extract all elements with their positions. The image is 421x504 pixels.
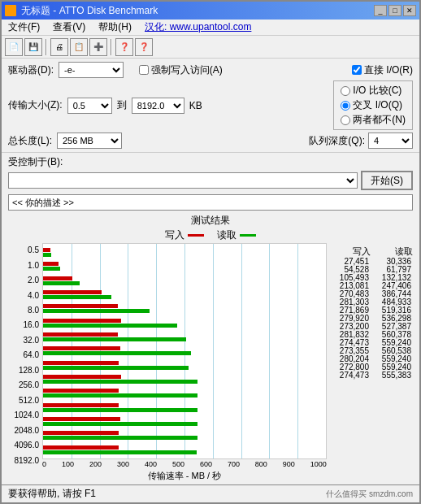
bar-row <box>43 431 326 440</box>
write-value: 274,473 <box>330 371 369 380</box>
write-bar <box>43 276 72 280</box>
help-button-1[interactable]: ❓ <box>115 38 133 56</box>
chart-middle: 01002003004005006007008009001000 传输速率 - … <box>42 243 327 483</box>
io-compare-radio[interactable] <box>341 86 350 96</box>
direct-io-text: 直接 I/O(R) <box>364 63 413 77</box>
direct-io-label[interactable]: 直接 I/O(R) <box>352 63 413 77</box>
x-label: 700 <box>228 460 240 468</box>
copy-button[interactable]: 📋 <box>70 38 88 56</box>
y-label: 8.0 <box>28 306 39 315</box>
neither-label[interactable]: 两者都不(N) <box>341 113 406 127</box>
bars-container <box>42 243 327 459</box>
cross-io-radio[interactable] <box>341 101 350 111</box>
menu-file[interactable]: 文件(F) <box>5 20 43 35</box>
force-write-checkbox[interactable] <box>139 65 149 75</box>
io-compare-label[interactable]: I/O 比较(C) <box>341 84 406 98</box>
queue-depth-select[interactable]: 4 <box>368 133 413 149</box>
transfer-from-select[interactable]: 0.5 <box>67 98 112 114</box>
title-bar: 无标题 - ATTO Disk Benchmark _ □ ✕ <box>2 2 419 20</box>
direct-io-checkbox[interactable] <box>352 65 362 75</box>
results-section: 测试结果 写入 读取 0.51.02.04.08.016.032.064.012… <box>2 212 419 484</box>
bar-row <box>43 375 326 384</box>
legend-write: 写入 <box>165 228 204 242</box>
menu-view[interactable]: 查看(V) <box>50 20 89 35</box>
transfer-to-select[interactable]: 8192.0 <box>132 98 184 114</box>
controlled-by-select[interactable] <box>8 172 358 189</box>
read-bar <box>43 295 111 299</box>
start-button[interactable]: 开始(S) <box>361 171 413 190</box>
force-write-text: 强制写入访问(A) <box>151 63 223 77</box>
read-bar <box>43 450 197 454</box>
y-label: 32.0 <box>24 337 39 345</box>
drive-row: 驱动器(D): -e- 强制写入访问(A) 直接 I/O(R) <box>8 62 413 78</box>
x-axis-title: 传输速率 - MB / 秒 <box>42 469 327 483</box>
bar-row <box>43 445 326 454</box>
write-bar <box>43 304 118 308</box>
minimize-button[interactable]: _ <box>374 5 387 16</box>
print-button[interactable]: 🖨 <box>50 38 68 56</box>
queue-depth-label: 队列深度(Q): <box>309 134 365 148</box>
watermark: 什么值得买 smzdm.com <box>326 489 413 500</box>
x-axis: 01002003004005006007008009001000 <box>42 459 327 469</box>
total-length-label: 总长度(L): <box>8 134 52 148</box>
save-button[interactable]: 💾 <box>24 38 42 56</box>
y-label: 256.0 <box>19 381 39 389</box>
total-length-select[interactable]: 256 MB <box>57 133 122 149</box>
read-bar <box>43 422 197 426</box>
queue-depth-row: 队列深度(Q): 4 <box>309 133 413 149</box>
read-bar <box>43 337 186 341</box>
read-bar <box>43 436 197 440</box>
y-label: 0.5 <box>28 246 39 254</box>
new-button[interactable]: 📄 <box>5 38 23 56</box>
controlled-by-label: 受控制于(B): <box>8 156 63 167</box>
write-bar <box>43 375 121 379</box>
read-bar <box>43 366 189 370</box>
y-label: 64.0 <box>24 351 39 359</box>
config-panel: 驱动器(D): -e- 强制写入访问(A) 直接 I/O(R) 传输大小(Z):… <box>2 59 419 153</box>
transfer-unit: KB <box>189 100 202 111</box>
legend-row: 写入 读取 <box>2 228 419 243</box>
write-bar <box>43 290 102 294</box>
write-bar <box>43 319 121 323</box>
bar-row <box>43 319 326 328</box>
menu-about: 汉化: www.upantool.com <box>141 20 254 35</box>
force-write-label[interactable]: 强制写入访问(A) <box>139 63 223 77</box>
write-bar <box>43 361 119 365</box>
read-bar <box>43 324 177 328</box>
write-bar <box>43 332 118 337</box>
maximize-button[interactable]: □ <box>388 5 401 16</box>
right-panel: 写入 读取 27,45130,33654,52861,797105,493132… <box>330 243 413 483</box>
help-button-2[interactable]: ❓ <box>135 38 153 56</box>
close-button[interactable]: ✕ <box>403 5 416 16</box>
total-length-row: 总长度(L): 256 MB 队列深度(Q): 4 <box>8 133 413 149</box>
drive-label: 驱动器(D): <box>8 63 54 77</box>
menu-help[interactable]: 帮助(H) <box>95 20 135 35</box>
right-read-header: 读取 <box>372 245 413 258</box>
direct-io-group: 直接 I/O(R) <box>352 63 413 77</box>
write-bar <box>43 389 119 393</box>
cross-io-label[interactable]: 交叉 I/O(Q) <box>341 98 406 112</box>
window-controls: _ □ ✕ <box>374 5 416 16</box>
bar-row <box>43 332 326 341</box>
transfer-size-row: 传输大小(Z): 0.5 到 8192.0 KB I/O 比较(C) 交叉 I/… <box>8 80 413 130</box>
add-button[interactable]: ➕ <box>89 38 107 56</box>
read-value: 555,383 <box>372 371 411 380</box>
neither-radio[interactable] <box>341 115 350 125</box>
write-bar <box>43 431 119 435</box>
chart-area: 0.51.02.04.08.016.032.064.0128.0256.0512… <box>2 243 419 484</box>
read-bar <box>43 281 80 285</box>
status-bar: 要获得帮助, 请按 F1 什么值得买 smzdm.com <box>2 484 419 502</box>
write-bar <box>43 417 120 421</box>
bar-row <box>43 304 326 313</box>
y-label: 1024.0 <box>14 411 39 419</box>
bar-row <box>43 361 326 370</box>
bar-row <box>43 290 326 299</box>
x-label: 800 <box>255 460 267 468</box>
bar-row <box>43 276 326 285</box>
write-bar <box>43 445 119 450</box>
description-text: 你的描述 <box>25 197 61 209</box>
y-label: 128.0 <box>19 367 39 375</box>
drive-select[interactable]: -e- <box>59 62 124 78</box>
x-label: 900 <box>283 460 295 468</box>
x-label: 0 <box>42 460 46 468</box>
